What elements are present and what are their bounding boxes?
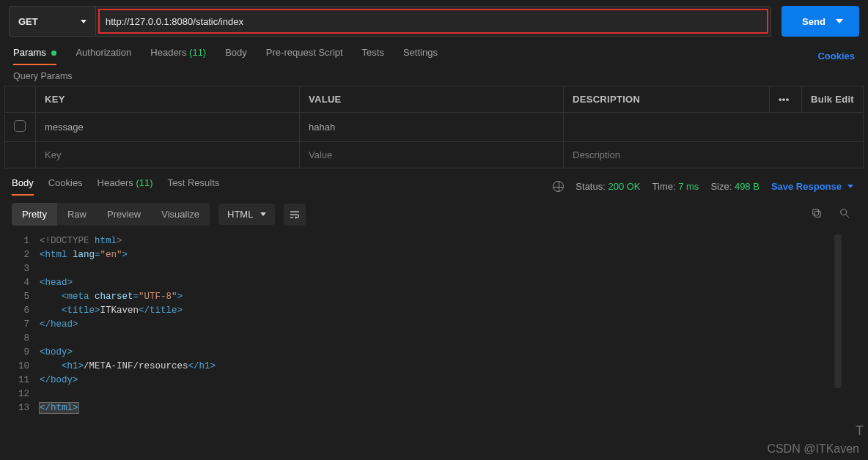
- svg-rect-0: [814, 211, 820, 217]
- url-input[interactable]: http://127.0.0.1:8080/static/index: [98, 9, 768, 34]
- param-value[interactable]: hahah: [300, 113, 564, 142]
- wrap-lines-icon[interactable]: [284, 204, 306, 226]
- save-response-button[interactable]: Save Response: [771, 181, 853, 192]
- col-checkbox: [5, 86, 36, 113]
- query-params-table: KEY VALUE DESCRIPTION ••• Bulk Edit mess…: [4, 86, 864, 168]
- size-value: 498 B: [735, 181, 760, 192]
- param-value-placeholder[interactable]: Value: [300, 142, 564, 168]
- tab-prerequest[interactable]: Pre-request Script: [266, 47, 343, 65]
- response-toolbar: Pretty Raw Preview Visualize HTML: [4, 196, 864, 231]
- svg-point-2: [841, 209, 847, 215]
- svg-line-3: [846, 215, 849, 218]
- param-desc-placeholder[interactable]: Description: [564, 142, 864, 168]
- bulk-edit-button[interactable]: Bulk Edit: [801, 86, 863, 113]
- tab-authorization[interactable]: Authorization: [76, 47, 131, 65]
- copy-icon[interactable]: [811, 207, 823, 221]
- tab-headers[interactable]: Headers (11): [150, 47, 206, 65]
- chevron-down-icon: [81, 20, 87, 23]
- time-value: 7 ms: [678, 181, 699, 192]
- param-key[interactable]: message: [36, 113, 300, 142]
- svg-rect-1: [813, 209, 819, 215]
- rtab-body[interactable]: Body: [12, 177, 34, 196]
- rtab-test-results[interactable]: Test Results: [168, 177, 220, 196]
- method-label: GET: [18, 16, 38, 27]
- chevron-down-icon: [260, 212, 266, 216]
- tab-settings[interactable]: Settings: [403, 47, 438, 65]
- send-label: Send: [802, 16, 825, 27]
- request-row: GET http://127.0.0.1:8080/static/index S…: [4, 6, 864, 37]
- size-label: Size: 498 B: [710, 181, 760, 192]
- view-raw[interactable]: Raw: [57, 203, 97, 226]
- row-checkbox[interactable]: [14, 120, 26, 132]
- view-mode-segment: Pretty Raw Preview Visualize: [12, 203, 210, 226]
- scrollbar[interactable]: [834, 234, 842, 388]
- status-value: 200 OK: [608, 181, 640, 192]
- chevron-down-icon[interactable]: [836, 19, 843, 23]
- more-options-icon[interactable]: •••: [769, 86, 801, 113]
- search-icon[interactable]: [839, 207, 850, 221]
- tab-body[interactable]: Body: [225, 47, 247, 65]
- params-indicator-icon: [51, 51, 56, 56]
- view-preview[interactable]: Preview: [97, 203, 151, 226]
- format-select[interactable]: HTML: [218, 204, 275, 225]
- response-tabs: Body Cookies Headers (11) Test Results S…: [4, 168, 864, 196]
- param-desc[interactable]: [564, 113, 864, 142]
- url-input-wrap[interactable]: http://127.0.0.1:8080/static/index: [95, 6, 771, 37]
- rtab-cookies[interactable]: Cookies: [48, 177, 83, 196]
- rtab-headers[interactable]: Headers (11): [98, 177, 153, 196]
- view-visualize[interactable]: Visualize: [151, 203, 210, 226]
- table-row-new[interactable]: Key Value Description: [5, 142, 864, 168]
- http-method-select[interactable]: GET: [9, 6, 95, 37]
- col-key: KEY: [36, 86, 300, 113]
- format-label: HTML: [227, 209, 253, 220]
- cookies-link[interactable]: Cookies: [817, 51, 855, 62]
- status-label: Status: 200 OK: [575, 181, 640, 192]
- send-button[interactable]: Send: [781, 6, 859, 37]
- globe-icon[interactable]: [553, 181, 564, 192]
- response-body-code[interactable]: 1<!DOCTYPE html>2<html lang="en">34<head…: [4, 231, 864, 415]
- table-row[interactable]: message hahah: [5, 113, 864, 142]
- tab-tests[interactable]: Tests: [362, 47, 384, 65]
- query-params-title: Query Params: [4, 65, 864, 86]
- col-description: DESCRIPTION: [564, 86, 770, 113]
- time-label: Time: 7 ms: [652, 181, 699, 192]
- col-value: VALUE: [300, 86, 564, 113]
- param-key-placeholder[interactable]: Key: [36, 142, 300, 168]
- view-pretty[interactable]: Pretty: [12, 203, 57, 226]
- request-tabs: Params Authorization Headers (11) Body P…: [4, 37, 864, 65]
- watermark-text: T CSDN @ITKaven: [767, 442, 859, 456]
- chevron-down-icon: [847, 185, 853, 188]
- tab-params[interactable]: Params: [13, 47, 56, 65]
